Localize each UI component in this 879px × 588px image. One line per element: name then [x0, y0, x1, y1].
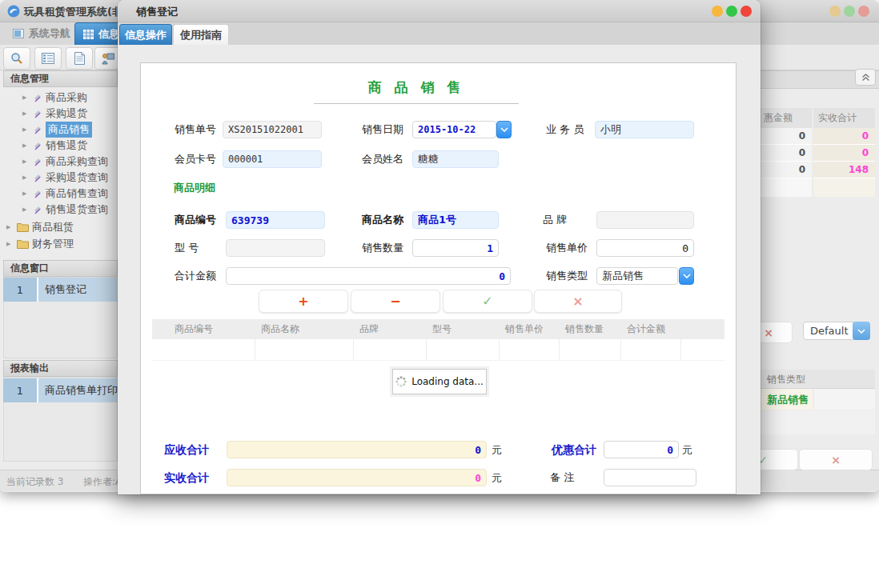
expand-arrow-icon[interactable]: ▶	[22, 142, 30, 149]
section-reports-header[interactable]: 报表输出	[3, 360, 118, 377]
close-button[interactable]	[858, 6, 869, 17]
expand-arrow-icon[interactable]: ▶	[22, 110, 30, 117]
list-view-button[interactable]	[34, 47, 62, 70]
member-card-label: 会员卡号	[175, 150, 216, 168]
tab-info-operation[interactable]: 信息操作	[119, 24, 172, 45]
brand-field[interactable]	[596, 211, 694, 229]
section-info-mgmt-header[interactable]: 信息管理	[3, 70, 118, 87]
minimize-button[interactable]	[829, 6, 841, 17]
report-row-sale-print[interactable]: 1 商品销售单打印	[3, 378, 118, 402]
clerk-label: 业 务 员	[546, 121, 584, 138]
expand-arrow-icon[interactable]: ▶	[22, 94, 30, 101]
dialog-close-button[interactable]	[741, 6, 752, 17]
receivable-field[interactable]	[227, 441, 487, 458]
expand-arrow-icon[interactable]: ▶	[22, 174, 30, 181]
member-card-field[interactable]	[223, 150, 322, 168]
sale-type-dropdown[interactable]	[679, 267, 694, 285]
grid-col-product-no[interactable]: 商品编号	[152, 319, 255, 339]
expand-arrow-icon[interactable]: ▶	[22, 190, 30, 197]
bg-cell-empty	[813, 178, 875, 198]
add-row-button[interactable]: +	[259, 290, 348, 313]
grid-col-price[interactable]: 销售单价	[500, 319, 560, 339]
sale-register-dialog: 销售登记 信息操作 使用指南 商 品 销 售 销售单号 销售日期 业 务 员 会…	[118, 0, 761, 494]
expand-arrow-icon[interactable]: ▶	[22, 126, 30, 133]
cross-icon: ×	[572, 294, 583, 309]
expand-arrow-icon[interactable]: ▶	[22, 206, 30, 213]
grid-col-total[interactable]: 合计金额	[621, 319, 681, 339]
search-button[interactable]	[3, 47, 30, 70]
bg-cancel-button-2[interactable]: ×	[799, 449, 873, 470]
unit-yuan: 元	[682, 441, 692, 458]
sale-date-dropdown[interactable]	[496, 121, 512, 138]
sale-date-field[interactable]	[412, 121, 496, 138]
cancel-button[interactable]: ×	[534, 290, 622, 313]
window-row-sale-register[interactable]: 1 销售登记	[3, 278, 118, 302]
bg-col-discount-amount: 惠金额	[761, 108, 812, 128]
remark-field[interactable]	[604, 469, 696, 486]
window-icon	[13, 29, 24, 38]
grid-icon	[83, 30, 94, 39]
tab-system-nav[interactable]: 系统导航	[5, 22, 78, 45]
remark-label: 备 注	[550, 469, 574, 486]
folder-icon	[17, 239, 29, 249]
row-label: 商品销售单打印	[38, 378, 118, 402]
tab-system-nav-label: 系统导航	[29, 26, 70, 41]
grid-col-product-name[interactable]: 商品名称	[255, 319, 354, 339]
dialog-minimize-button[interactable]	[712, 6, 723, 17]
total-field[interactable]	[226, 267, 511, 285]
zoom-button[interactable]	[844, 6, 855, 17]
expand-arrow-icon[interactable]: ▶	[6, 224, 14, 230]
price-field[interactable]	[596, 239, 694, 257]
discount-total-field[interactable]	[604, 441, 679, 458]
qty-field[interactable]	[412, 239, 499, 257]
grid-col-qty[interactable]: 销售数量	[560, 319, 621, 339]
chevron-down-icon	[500, 127, 508, 132]
dialog-zoom-button[interactable]	[726, 6, 737, 17]
chevron-down-icon[interactable]	[853, 322, 870, 340]
member-name-label: 会员姓名	[362, 150, 403, 168]
sidebar-item-finance-mgmt[interactable]: ▶ 财务管理	[6, 236, 74, 252]
document-icon	[74, 52, 85, 65]
bg-cell-discount: 0	[761, 128, 812, 145]
sidebar-item-sale-return-query[interactable]: ▶ 销售退货查询	[22, 202, 108, 218]
model-field[interactable]	[226, 239, 325, 257]
sidebar-item-purchase-return[interactable]: ▶ 采购退货	[22, 106, 87, 122]
sidebar-item-purchase-return-query[interactable]: ▶ 采购退货查询	[22, 170, 108, 186]
product-no-field[interactable]	[226, 211, 325, 229]
sale-date-label: 销售日期	[362, 121, 403, 138]
check-icon: ✓	[482, 294, 492, 309]
grid-col-brand[interactable]: 品牌	[354, 319, 427, 339]
member-name-field[interactable]	[412, 150, 499, 168]
grid-empty-row	[152, 339, 724, 361]
sidebar-item-label: 商品采购查询	[46, 154, 108, 169]
cancel-icon: ×	[764, 326, 773, 339]
sidebar-item-product-sale[interactable]: ▶ 商品销售	[22, 122, 92, 138]
sale-no-field[interactable]	[223, 121, 322, 138]
expand-arrow-icon[interactable]: ▶	[6, 241, 14, 247]
section-info-windows-header[interactable]: 信息窗口	[3, 260, 118, 277]
sidebar-item-sale-return[interactable]: ▶ 销售退货	[22, 138, 87, 154]
bg-cell-empty	[761, 178, 812, 198]
model-label: 型 号	[175, 239, 199, 257]
confirm-button[interactable]: ✓	[443, 290, 532, 313]
expand-arrow-icon[interactable]: ▶	[22, 158, 30, 165]
sidebar-item-product-sale-query[interactable]: ▶ 商品销售查询	[22, 186, 108, 202]
document-button[interactable]	[66, 47, 93, 70]
grid-col-model[interactable]: 型号	[427, 319, 500, 339]
sidebar-item-label: 商品租赁	[32, 220, 74, 234]
sidebar-item-product-rental[interactable]: ▶ 商品租赁	[6, 219, 74, 235]
collapse-panel-button[interactable]	[855, 69, 876, 86]
sale-type-field[interactable]	[596, 267, 678, 285]
tool-icon	[33, 189, 42, 198]
tool-icon	[33, 205, 42, 214]
tab-user-guide[interactable]: 使用指南	[173, 24, 229, 45]
received-total-field[interactable]	[227, 469, 487, 486]
plus-icon: +	[298, 294, 308, 309]
remove-row-button[interactable]: −	[351, 290, 440, 313]
folder-icon	[17, 222, 29, 232]
sidebar-item-product-purchase-query[interactable]: ▶ 商品采购查询	[22, 154, 108, 170]
product-name-field[interactable]	[412, 211, 499, 229]
user-icon	[102, 53, 114, 65]
sidebar-item-product-purchase[interactable]: ▶ 商品采购	[22, 90, 87, 106]
clerk-field[interactable]	[595, 121, 694, 138]
